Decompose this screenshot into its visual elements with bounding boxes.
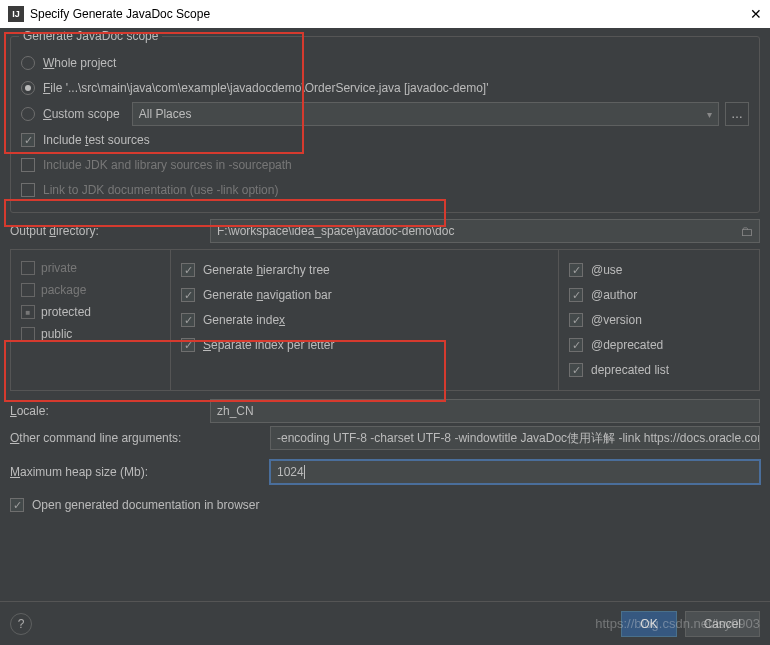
gen-sepindex-check[interactable] bbox=[181, 338, 195, 352]
include-test-label: Include test sources bbox=[43, 133, 150, 147]
output-dir-value: F:\workspace\idea_space\javadoc-demo\doc bbox=[217, 224, 454, 238]
locale-label: Locale: bbox=[10, 404, 210, 418]
file-label: File '...\src\main\java\com\example\java… bbox=[43, 81, 488, 95]
gen-navbar-check[interactable] bbox=[181, 288, 195, 302]
tag-deprecated-check[interactable] bbox=[569, 338, 583, 352]
tag-author-check[interactable] bbox=[569, 288, 583, 302]
custom-scope-radio[interactable] bbox=[21, 107, 35, 121]
app-icon: IJ bbox=[8, 6, 24, 22]
args-value: -encoding UTF-8 -charset UTF-8 -windowti… bbox=[277, 430, 760, 447]
title-bar: IJ Specify Generate JavaDoc Scope ✕ bbox=[0, 0, 770, 28]
tag-author-label: @author bbox=[591, 288, 637, 302]
locale-input[interactable]: zh_CN bbox=[210, 399, 760, 423]
output-dir-label: Output directory: bbox=[10, 224, 210, 238]
vis-protected-label: protected bbox=[41, 305, 91, 319]
close-icon[interactable]: ✕ bbox=[750, 6, 762, 22]
tag-deplist-label: deprecated list bbox=[591, 363, 669, 377]
vis-public-toggle[interactable] bbox=[21, 327, 35, 341]
generate-column: Generate hierarchy tree Generate navigat… bbox=[171, 250, 559, 390]
link-jdk-check[interactable] bbox=[21, 183, 35, 197]
custom-scope-combo[interactable]: All Places bbox=[132, 102, 719, 126]
text-cursor bbox=[304, 465, 305, 479]
gen-navbar-label: Generate navigation bar bbox=[203, 288, 332, 302]
tag-deprecated-label: @deprecated bbox=[591, 338, 663, 352]
vis-protected-toggle[interactable] bbox=[21, 305, 35, 319]
whole-project-label: Whole project bbox=[43, 56, 116, 70]
tags-column: @use @author @version @deprecated deprec… bbox=[559, 250, 759, 390]
scope-legend: Generate JavaDoc scope bbox=[19, 29, 162, 43]
tag-deplist-check[interactable] bbox=[569, 363, 583, 377]
custom-scope-ellipsis-button[interactable]: … bbox=[725, 102, 749, 126]
output-dir-input[interactable]: F:\workspace\idea_space\javadoc-demo\doc… bbox=[210, 219, 760, 243]
heap-input[interactable]: 1024 bbox=[270, 460, 760, 484]
tag-version-label: @version bbox=[591, 313, 642, 327]
gen-sepindex-label: Separate index per letter bbox=[203, 338, 334, 352]
heap-value: 1024 bbox=[277, 465, 304, 479]
vis-private-toggle[interactable] bbox=[21, 261, 35, 275]
ok-button[interactable]: OK bbox=[621, 611, 676, 637]
options-panel: private package protected public Generat… bbox=[10, 249, 760, 391]
include-jdk-label: Include JDK and library sources in -sour… bbox=[43, 158, 292, 172]
open-browser-label: Open generated documentation in browser bbox=[32, 498, 259, 512]
whole-project-radio[interactable] bbox=[21, 56, 35, 70]
gen-hierarchy-check[interactable] bbox=[181, 263, 195, 277]
cancel-button[interactable]: Cancel bbox=[685, 611, 760, 637]
custom-scope-label: Custom scope bbox=[43, 107, 120, 121]
vis-package-label: package bbox=[41, 283, 86, 297]
gen-index-check[interactable] bbox=[181, 313, 195, 327]
folder-icon[interactable]: 🗀 bbox=[735, 224, 753, 239]
tag-use-label: @use bbox=[591, 263, 623, 277]
cancel-label: Cancel bbox=[704, 617, 741, 631]
custom-scope-value: All Places bbox=[139, 107, 192, 121]
gen-hierarchy-label: Generate hierarchy tree bbox=[203, 263, 330, 277]
vis-private-label: private bbox=[41, 261, 77, 275]
link-jdk-label: Link to JDK documentation (use -link opt… bbox=[43, 183, 278, 197]
gen-index-label: Generate index bbox=[203, 313, 285, 327]
tag-version-check[interactable] bbox=[569, 313, 583, 327]
tag-use-check[interactable] bbox=[569, 263, 583, 277]
include-jdk-check[interactable] bbox=[21, 158, 35, 172]
help-button[interactable]: ? bbox=[10, 613, 32, 635]
locale-value: zh_CN bbox=[217, 404, 254, 418]
window-title: Specify Generate JavaDoc Scope bbox=[30, 7, 210, 21]
vis-package-toggle[interactable] bbox=[21, 283, 35, 297]
vis-public-label: public bbox=[41, 327, 72, 341]
file-radio[interactable] bbox=[21, 81, 35, 95]
ok-label: OK bbox=[640, 617, 657, 631]
bottom-bar: ? OK Cancel bbox=[0, 601, 770, 645]
open-browser-check[interactable] bbox=[10, 498, 24, 512]
include-test-check[interactable] bbox=[21, 133, 35, 147]
args-label: Other command line arguments: bbox=[10, 431, 270, 445]
heap-label: Maximum heap size (Mb): bbox=[10, 465, 270, 479]
args-input[interactable]: -encoding UTF-8 -charset UTF-8 -windowti… bbox=[270, 426, 760, 450]
visibility-column: private package protected public bbox=[11, 250, 171, 390]
scope-fieldset: Generate JavaDoc scope Whole project Fil… bbox=[10, 36, 760, 213]
